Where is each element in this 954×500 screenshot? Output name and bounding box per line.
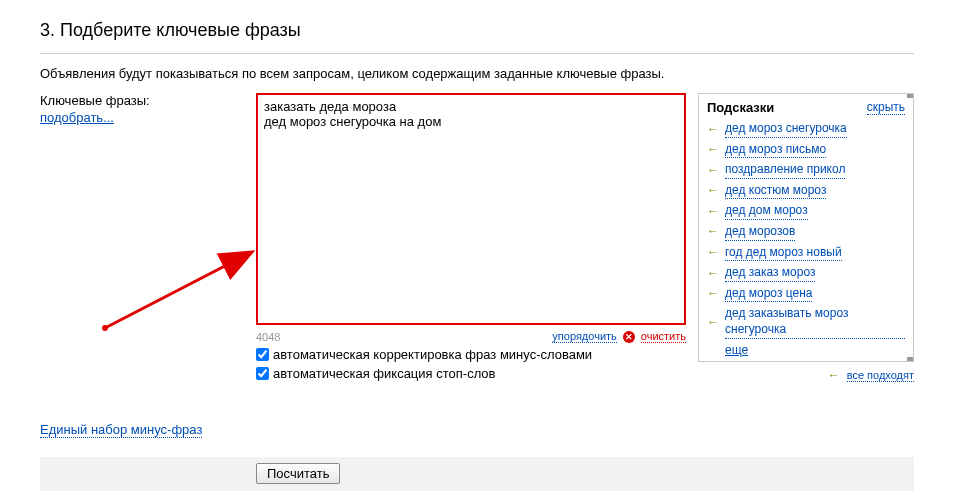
hint-link[interactable]: дед дом мороз — [725, 203, 808, 220]
hint-item[interactable]: ←дед дом мороз — [707, 203, 905, 220]
section-number: 3. — [40, 20, 55, 40]
hints-panel: Подсказки скрыть ←дед мороз снегурочка←д… — [698, 93, 914, 362]
arrow-left-icon: ← — [707, 266, 719, 282]
all-fit-link[interactable]: все подходят — [847, 369, 914, 382]
svg-point-1 — [102, 325, 108, 331]
section-title: 3. Подберите ключевые фразы — [40, 20, 914, 41]
arrow-left-icon: ← — [828, 368, 840, 382]
hint-item[interactable]: ←дед костюм мороз — [707, 183, 905, 200]
hint-link[interactable]: дед морозов — [725, 224, 795, 241]
clear-link[interactable]: очистить — [641, 330, 686, 343]
hide-link[interactable]: скрыть — [867, 100, 905, 115]
arrow-left-icon: ← — [707, 245, 719, 261]
hint-link[interactable]: дед мороз снегурочка — [725, 121, 847, 138]
hint-link[interactable]: дед заказ мороз — [725, 265, 815, 282]
arrow-left-icon: ← — [707, 315, 719, 331]
scrollbar[interactable] — [907, 94, 913, 361]
hint-item[interactable]: ←дед заказ мороз — [707, 265, 905, 282]
footer-bar: Посчитать — [40, 457, 914, 491]
divider — [40, 53, 914, 54]
clear-icon[interactable]: ✕ — [623, 331, 635, 343]
arrow-left-icon: ← — [707, 142, 719, 158]
checkbox-auto-stop[interactable]: автоматическая фиксация стоп-слов — [256, 366, 690, 381]
pick-link[interactable]: подобрать... — [40, 110, 114, 125]
arrow-left-icon: ← — [707, 286, 719, 302]
checkbox-auto-correct-input[interactable] — [256, 348, 269, 361]
arrow-left-icon: ← — [707, 224, 719, 240]
keywords-input[interactable] — [256, 93, 686, 325]
checkbox-auto-correct-label: автоматическая корректировка фраз минус-… — [273, 347, 592, 362]
hint-link[interactable]: дед заказывать мороз снегурочка — [725, 306, 905, 338]
hint-item[interactable]: ←дед мороз цена — [707, 286, 905, 303]
keywords-label: Ключевые фразы: — [40, 93, 256, 108]
more-link[interactable]: еще — [725, 343, 748, 357]
hint-link[interactable]: дед мороз цена — [725, 286, 812, 303]
hint-link[interactable]: дед мороз письмо — [725, 142, 826, 159]
hints-title: Подсказки — [707, 100, 774, 115]
arrow-left-icon: ← — [707, 204, 719, 220]
hint-item[interactable]: ←дед морозов — [707, 224, 905, 241]
minus-set-link[interactable]: Единый набор минус-фраз — [40, 422, 202, 438]
hint-item[interactable]: ←дед заказывать мороз снегурочка — [707, 306, 905, 338]
arrow-left-icon: ← — [707, 183, 719, 199]
char-counter: 4048 — [256, 331, 280, 343]
hint-item[interactable]: ←дед мороз снегурочка — [707, 121, 905, 138]
hint-item[interactable]: ←год дед мороз новый — [707, 245, 905, 262]
hint-list: ←дед мороз снегурочка←дед мороз письмо←п… — [707, 121, 905, 339]
calc-button[interactable]: Посчитать — [256, 463, 340, 484]
section-title-text: Подберите ключевые фразы — [60, 20, 301, 40]
checkbox-auto-correct[interactable]: автоматическая корректировка фраз минус-… — [256, 347, 690, 362]
svg-line-0 — [105, 253, 250, 328]
annotation-arrow — [100, 243, 270, 343]
hint-item[interactable]: ←дед мороз письмо — [707, 142, 905, 159]
checkbox-auto-stop-label: автоматическая фиксация стоп-слов — [273, 366, 496, 381]
hint-link[interactable]: год дед мороз новый — [725, 245, 842, 262]
checkbox-auto-stop-input[interactable] — [256, 367, 269, 380]
hint-item[interactable]: ←поздравление прикол — [707, 162, 905, 179]
arrow-left-icon: ← — [707, 163, 719, 179]
sort-link[interactable]: упорядочить — [552, 330, 616, 343]
arrow-left-icon: ← — [707, 122, 719, 138]
hint-link[interactable]: поздравление прикол — [725, 162, 845, 179]
hint-link[interactable]: дед костюм мороз — [725, 183, 826, 200]
intro-text: Объявления будут показываться по всем за… — [40, 66, 914, 81]
